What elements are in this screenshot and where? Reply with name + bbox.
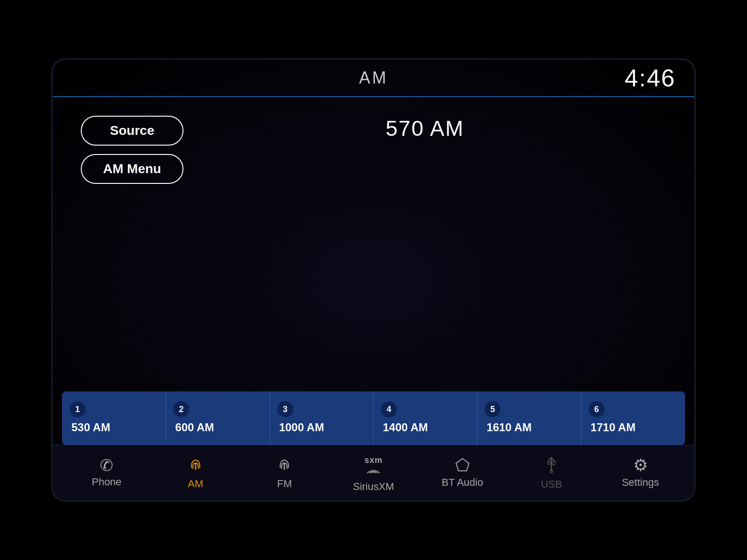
usb-icon — [544, 455, 559, 476]
preset-freq-5: 1610 AM — [485, 421, 532, 434]
preset-number-3: 3 — [277, 401, 293, 417]
siriusxm-icon: sxm — [364, 453, 382, 478]
preset-freq-3: 1000 AM — [277, 421, 324, 434]
nav-label-siriusxm: SiriusXM — [353, 481, 394, 493]
preset-freq-2: 600 AM — [173, 421, 214, 434]
car-infotainment-screen: AM 4:46 Source AM Menu 570 AM 1 530 AM 2… — [51, 58, 696, 502]
main-content: Source AM Menu 570 AM — [53, 97, 694, 392]
presets-row: 1 530 AM 2 600 AM 3 1000 AM 4 1400 AM 5 … — [53, 392, 694, 445]
preset-number-2: 2 — [173, 401, 189, 417]
nav-label-am: AM — [188, 478, 203, 490]
nav-label-phone: Phone — [92, 476, 121, 488]
center-display: 570 AM — [183, 111, 666, 378]
nav-item-btaudio[interactable]: ⬠ BT Audio — [435, 457, 491, 489]
preset-number-6: 6 — [589, 401, 605, 417]
preset-btn-2[interactable]: 2 600 AM — [166, 392, 269, 445]
nav-item-settings[interactable]: ⚙ Settings — [613, 457, 669, 489]
nav-label-fm: FM — [277, 478, 292, 490]
bottom-nav: ✆ Phone AM FM sxm SiriusXM — [53, 445, 694, 500]
nav-item-am[interactable]: AM — [168, 455, 224, 490]
preset-btn-4[interactable]: 4 1400 AM — [374, 392, 477, 445]
preset-freq-6: 1710 AM — [589, 421, 636, 434]
preset-btn-5[interactable]: 5 1610 AM — [477, 392, 581, 445]
preset-freq-4: 1400 AM — [381, 421, 428, 434]
nav-label-btaudio: BT Audio — [442, 476, 483, 489]
bluetooth-icon: ⬠ — [455, 457, 470, 474]
clock-display: 4:46 — [625, 64, 676, 92]
am-icon — [187, 455, 204, 475]
preset-btn-1[interactable]: 1 530 AM — [62, 392, 166, 445]
fm-icon — [276, 455, 293, 475]
phone-icon: ✆ — [100, 457, 113, 473]
left-button-group: Source AM Menu — [81, 111, 183, 378]
source-button[interactable]: Source — [81, 116, 183, 146]
preset-number-1: 1 — [70, 401, 85, 417]
am-menu-button[interactable]: AM Menu — [81, 154, 183, 184]
preset-freq-1: 530 AM — [70, 421, 110, 434]
nav-item-usb[interactable]: USB — [523, 455, 579, 490]
svg-rect-3 — [548, 462, 550, 464]
nav-item-siriusxm[interactable]: sxm SiriusXM — [345, 453, 402, 493]
top-bar: AM 4:46 — [53, 60, 694, 97]
nav-item-phone[interactable]: ✆ Phone — [78, 457, 134, 488]
gear-icon: ⚙ — [633, 457, 648, 474]
preset-btn-6[interactable]: 6 1710 AM — [581, 392, 685, 445]
nav-item-fm[interactable]: FM — [256, 455, 312, 490]
preset-number-5: 5 — [485, 401, 500, 417]
preset-btn-3[interactable]: 3 1000 AM — [270, 392, 374, 445]
nav-label-settings: Settings — [622, 476, 659, 489]
current-station: 570 AM — [386, 116, 464, 141]
preset-number-4: 4 — [381, 401, 397, 417]
nav-label-usb: USB — [541, 478, 562, 490]
screen-title: AM — [359, 68, 388, 88]
